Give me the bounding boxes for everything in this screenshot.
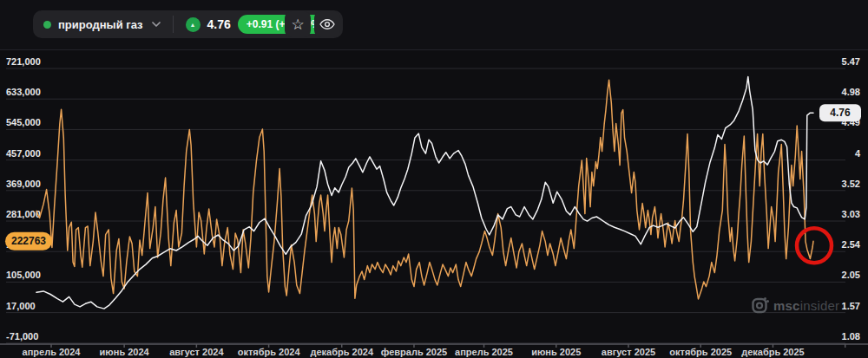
left-axis-label: 457,000: [6, 148, 41, 159]
watermark-text-light: insider: [800, 298, 840, 313]
last-price: 4.76: [207, 17, 231, 31]
divider: [173, 16, 174, 33]
right-axis-label: 4.98: [842, 87, 860, 97]
eye-icon: [319, 19, 335, 29]
x-axis-tick-label: октябрь 2024: [238, 347, 301, 357]
left-axis-label: 17,000: [6, 301, 36, 311]
chevron-down-icon[interactable]: [152, 22, 161, 27]
right-axis-label: 1.57: [842, 301, 860, 311]
right-axis-label: 5.47: [842, 56, 860, 67]
left-axis-label: 633,000: [6, 87, 41, 97]
left-axis-label: -71,000: [6, 331, 38, 342]
right-axis-label: 4: [855, 148, 861, 159]
mscinsider-logo-icon: [752, 296, 769, 314]
toolbar: природный газ ▲ 4.76 +0.91 (+23.69%) ☆: [0, 0, 868, 50]
chart-area: mscinsider 721,0005.47633,0004.98545,000…: [0, 0, 868, 358]
price-line: [36, 76, 813, 309]
right-axis-label: 2.05: [842, 270, 860, 280]
left-axis-label: 369,000: [6, 179, 41, 189]
instrument-status-dot: [43, 21, 51, 29]
x-axis-tick-label: июнь 2025: [531, 347, 581, 357]
x-axis-tick-label: август 2024: [169, 347, 224, 357]
x-axis-tick-label: апрель 2024: [23, 347, 82, 357]
x-axis-tick-label: декабрь 2025: [741, 347, 805, 357]
watermark: mscinsider: [752, 296, 839, 314]
right-axis-label: 3.52: [842, 179, 860, 189]
right-axis-label: 2.54: [842, 239, 861, 250]
x-axis-tick-label: август 2025: [602, 347, 655, 357]
x-axis-tick-label: октябрь 2025: [669, 347, 732, 357]
last-price-badge-label: 4.76: [830, 107, 851, 119]
last-volume-badge-label: 222763: [11, 235, 46, 247]
price-volume-chart: 721,0005.47633,0004.98545,0004.49457,000…: [0, 0, 868, 358]
watermark-text-bold: msc: [773, 298, 800, 313]
right-axis-label: 3.03: [842, 209, 860, 219]
left-axis-label: 721,000: [6, 56, 41, 67]
instrument-name: природный газ: [58, 18, 143, 31]
trend-up-icon: ▲: [186, 17, 201, 32]
right-axis-label: 1.08: [842, 331, 860, 342]
left-axis-label: 281,000: [6, 209, 41, 219]
favorite-button[interactable]: ☆: [285, 11, 311, 37]
x-axis-tick-label: декабрь 2024: [310, 347, 373, 357]
x-axis-tick-label: февраль 2025: [381, 347, 447, 357]
x-axis-tick-label: апрель 2025: [455, 347, 513, 357]
left-axis-label: 545,000: [6, 117, 41, 127]
x-axis-tick-label: июнь 2024: [100, 347, 150, 357]
watch-button[interactable]: [314, 11, 340, 37]
left-axis-label: 105,000: [6, 270, 41, 280]
volume-line: [36, 80, 813, 299]
star-icon: ☆: [291, 17, 304, 32]
red-circle-annotation: [797, 228, 832, 263]
